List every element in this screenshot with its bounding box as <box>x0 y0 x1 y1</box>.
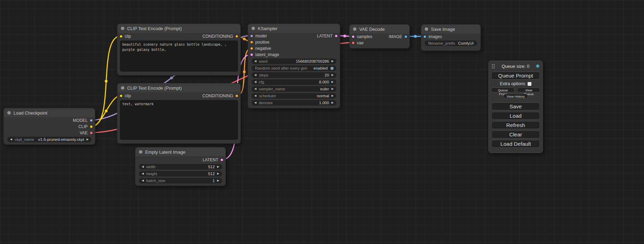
node-header[interactable]: Save Image <box>421 25 480 34</box>
batch-size-widget[interactable]: ◀ batch_size 1 ▶ <box>139 178 222 183</box>
denoise-widget[interactable]: ◀ denoise 1.000 ▶ <box>252 100 336 106</box>
node-header[interactable]: Load Checkpoint <box>4 108 95 117</box>
decrement-arrow-icon[interactable]: ◀ <box>254 60 256 63</box>
input-label-clip: clip <box>125 34 131 39</box>
increment-arrow-icon[interactable]: ▶ <box>332 81 334 83</box>
scheduler-widget[interactable]: ◀ scheduler normal ▶ <box>252 93 336 99</box>
slot-row: samples IMAGE <box>350 34 409 40</box>
input-label-latent-image: latent_image <box>255 52 279 57</box>
increment-arrow-icon[interactable]: ▶ <box>332 88 334 90</box>
sampler-name-widget[interactable]: ◀ sampler_name euler ▶ <box>252 86 336 92</box>
settings-gear-icon[interactable]: ✱ <box>536 63 540 69</box>
drag-handle-icon[interactable] <box>492 64 495 69</box>
increment-arrow-icon[interactable]: ▶ <box>217 179 219 182</box>
prompt-textarea[interactable]: text, watermark <box>120 100 238 140</box>
input-port-negative[interactable] <box>250 47 253 50</box>
output-port-conditioning[interactable] <box>235 94 238 98</box>
output-port-image[interactable] <box>404 35 407 38</box>
node-header[interactable]: CLIP Text Encode (Prompt) <box>117 24 240 33</box>
increment-arrow-icon[interactable]: ▶ <box>217 165 219 168</box>
node-graph-canvas[interactable]: Load Checkpoint MODEL CLIP VAE ◀ ckpt_na… <box>0 0 644 244</box>
node-collapse-dot[interactable] <box>252 27 255 30</box>
node-header[interactable]: Empty Latent Image <box>135 147 226 156</box>
slot-row: clip CONDITIONING <box>117 92 240 99</box>
output-port-latent[interactable] <box>220 159 223 162</box>
increment-arrow-icon[interactable]: ▶ <box>332 60 334 63</box>
node-empty-latent-image[interactable]: Empty Latent Image LATENT ◀ width 512 ▶ … <box>135 147 226 186</box>
queue-panel: Queue size: 0 ✱ Queue Prompt Extra optio… <box>488 61 543 153</box>
width-widget[interactable]: ◀ width 512 ▶ <box>139 164 222 170</box>
node-header[interactable]: CLIP Text Encode (Prompt) <box>117 83 240 92</box>
input-port-vae[interactable] <box>352 42 355 45</box>
node-clip-text-encode-negative[interactable]: CLIP Text Encode (Prompt) clip CONDITION… <box>117 83 241 144</box>
slot-row: latent_image <box>248 52 340 58</box>
view-history-button[interactable]: View History <box>503 94 528 99</box>
view-queue-button[interactable]: View Queue <box>517 88 540 92</box>
node-collapse-dot[interactable] <box>353 27 356 31</box>
decrement-arrow-icon[interactable]: ◀ <box>254 88 256 90</box>
node-collapse-dot[interactable] <box>425 27 428 31</box>
slot-row: CLIP <box>4 124 95 130</box>
output-port-clip[interactable] <box>90 125 93 128</box>
node-header[interactable]: VAE Decode <box>350 25 409 34</box>
decrement-arrow-icon[interactable]: ◀ <box>142 165 144 168</box>
steps-widget[interactable]: ◀ steps 20 ▶ <box>252 72 336 78</box>
output-port-model[interactable] <box>90 119 93 122</box>
node-title: CLIP Text Encode (Prompt) <box>127 85 182 91</box>
decrement-arrow-icon[interactable]: ◀ <box>254 101 256 104</box>
widget-value: euler <box>320 87 329 91</box>
input-label-clip: clip <box>125 93 131 98</box>
node-clip-text-encode-positive[interactable]: CLIP Text Encode (Prompt) clip CONDITION… <box>117 24 241 75</box>
random-seed-toggle-widget[interactable]: Random seed after every gen enabled <box>252 65 336 71</box>
output-label-conditioning: CONDITIONING <box>202 34 233 39</box>
node-collapse-dot[interactable] <box>139 150 142 154</box>
refresh-button[interactable]: Refresh <box>491 121 540 129</box>
load-default-button[interactable]: Load Default <box>491 140 540 148</box>
queue-front-button[interactable]: Queue Front <box>491 88 515 92</box>
decrement-arrow-icon[interactable]: ◀ <box>254 94 256 97</box>
extra-options-checkbox[interactable] <box>528 82 531 86</box>
node-load-checkpoint[interactable]: Load Checkpoint MODEL CLIP VAE ◀ ckpt_na… <box>3 108 95 145</box>
height-widget[interactable]: ◀ height 512 ▶ <box>139 171 222 177</box>
node-header[interactable]: KSampler <box>248 24 340 33</box>
input-port-clip[interactable] <box>120 94 123 98</box>
node-vae-decode[interactable]: VAE Decode samples IMAGE vae <box>349 24 410 48</box>
input-port-latent-image[interactable] <box>250 53 253 56</box>
node-collapse-dot[interactable] <box>7 111 11 115</box>
load-button[interactable]: Load <box>491 112 540 120</box>
decrement-arrow-icon[interactable]: ◀ <box>142 172 144 175</box>
input-label-samples: samples <box>357 34 372 39</box>
increment-arrow-icon[interactable]: ▶ <box>217 172 219 175</box>
decrement-arrow-icon[interactable]: ◀ <box>10 138 12 141</box>
output-port-latent[interactable] <box>335 35 338 38</box>
input-port-images[interactable] <box>423 35 426 38</box>
save-button[interactable]: Save <box>491 102 540 110</box>
slot-row: VAE <box>4 130 95 136</box>
filename-prefix-widget[interactable]: filename_prefix ComfyUI <box>425 40 477 46</box>
input-port-samples[interactable] <box>352 35 355 38</box>
input-port-clip[interactable] <box>120 35 123 38</box>
increment-arrow-icon[interactable]: ▶ <box>332 94 334 97</box>
node-save-image[interactable]: Save Image images filename_prefix ComfyU… <box>421 24 481 51</box>
increment-arrow-icon[interactable]: ▶ <box>332 74 334 76</box>
decrement-arrow-icon[interactable]: ◀ <box>254 74 256 76</box>
ckpt-name-widget[interactable]: ◀ ckpt_name v1-5-pruned-emaonly.ckpt ▶ <box>7 137 91 142</box>
node-ksampler[interactable]: KSampler model LATENT positive negative … <box>248 24 340 108</box>
prompt-textarea[interactable]: beautiful scenery nature glass bottle la… <box>120 40 238 72</box>
node-collapse-dot[interactable] <box>121 86 124 90</box>
output-port-vae[interactable] <box>90 132 93 135</box>
cfg-widget[interactable]: ◀ cfg 8.000 ▶ <box>252 79 336 85</box>
decrement-arrow-icon[interactable]: ◀ <box>254 81 256 83</box>
output-port-conditioning[interactable] <box>235 35 238 38</box>
queue-prompt-button[interactable]: Queue Prompt <box>491 72 540 80</box>
input-port-model[interactable] <box>250 35 253 38</box>
toggle-knob[interactable] <box>330 67 334 70</box>
increment-arrow-icon[interactable]: ▶ <box>87 138 89 141</box>
node-collapse-dot[interactable] <box>121 27 124 30</box>
decrement-arrow-icon[interactable]: ◀ <box>142 179 144 182</box>
increment-arrow-icon[interactable]: ▶ <box>332 101 334 104</box>
input-port-positive[interactable] <box>250 41 253 44</box>
widget-label: denoise <box>259 101 273 105</box>
clear-button[interactable]: Clear <box>491 130 540 138</box>
seed-widget[interactable]: ◀ seed 156680208700286 ▶ <box>252 58 336 64</box>
